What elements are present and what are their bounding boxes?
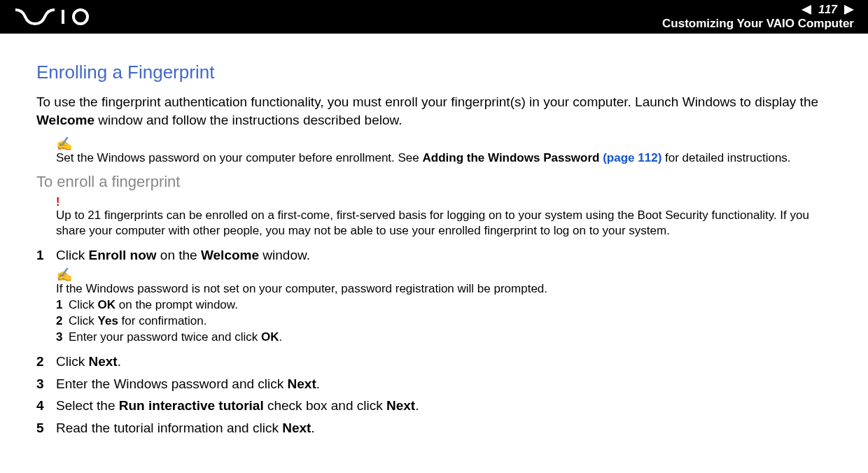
nav-prev-icon[interactable] [802, 5, 811, 15]
text-part: . [279, 330, 282, 344]
text-bold: OK [98, 298, 116, 311]
step-number: 2 [36, 353, 56, 371]
step-text: Select the Run interactive tutorial chec… [56, 397, 832, 415]
step-text: Click Enroll now on the Welcome window. [56, 246, 832, 264]
page-number: 117 [814, 3, 841, 16]
step-4: 4 Select the Run interactive tutorial ch… [36, 397, 832, 415]
breadcrumb: Customizing Your VAIO Computer [662, 17, 854, 31]
text-bold: Next [88, 354, 117, 369]
text-bold: OK [261, 330, 279, 344]
step-number: 3 [36, 375, 56, 393]
sub-step-number: 1 [56, 297, 69, 313]
sub-step-text: Click OK on the prompt window. [69, 297, 238, 313]
header-right: 117 Customizing Your VAIO Computer [662, 3, 854, 31]
text-part: Click [69, 298, 98, 311]
svg-rect-0 [62, 10, 64, 24]
sub-step-1: 1 Click OK on the prompt window. [56, 297, 832, 313]
text-bold: Next [386, 398, 415, 413]
step-5: 5 Read the tutorial information and clic… [36, 419, 832, 437]
sub-step-text: Click Yes for confirmation. [69, 313, 206, 330]
note-icon: ✍ [56, 137, 832, 150]
alert-icon: ! [56, 197, 832, 208]
step-number: 5 [36, 419, 56, 437]
sub-step-2: 2 Click Yes for confirmation. [56, 313, 832, 330]
note-text-part: Set the Windows password on your compute… [56, 151, 423, 164]
page-nav: 117 [802, 3, 854, 16]
step-number: 4 [36, 397, 56, 415]
header-bar: 117 Customizing Your VAIO Computer [0, 0, 868, 34]
step-2: 2 Click Next. [36, 353, 832, 371]
step-3: 3 Enter the Windows password and click N… [36, 375, 832, 393]
page-title: Enrolling a Fingerprint [36, 62, 832, 83]
vaio-logo-svg [14, 8, 105, 25]
text-part: Read the tutorial information and click [56, 421, 282, 435]
text-bold: Enroll now [88, 248, 156, 262]
step-number: 1 [36, 246, 56, 264]
text-part: Enter the Windows password and click [56, 376, 288, 391]
text-part: for confirmation. [118, 314, 207, 327]
intro-paragraph: To use the fingerprint authentication fu… [36, 93, 832, 129]
alert-block: ! Up to 21 fingerprints can be enrolled … [36, 197, 832, 239]
intro-text-part: window and follow the instructions descr… [94, 113, 402, 127]
vaio-logo [14, 8, 105, 25]
text-bold: Run interactive tutorial [119, 398, 264, 413]
sub-note-block: ✍ If the Windows password is not set on … [36, 268, 832, 346]
step-text: Click Next. [56, 353, 832, 371]
sub-step-3: 3 Enter your password twice and click OK… [56, 330, 832, 346]
text-part: on the [157, 248, 201, 262]
svg-point-1 [74, 10, 88, 24]
text-part: . [311, 421, 314, 435]
note-block: ✍ Set the Windows password on your compu… [36, 137, 832, 166]
text-part: on the prompt window. [115, 298, 238, 311]
text-part: Click [69, 314, 98, 327]
note-text-part: for detailed instructions. [662, 151, 790, 164]
text-part: . [415, 398, 419, 413]
sub-step-number: 3 [56, 330, 69, 346]
page-link[interactable]: (page 112) [603, 151, 662, 164]
step-1: 1 Click Enroll now on the Welcome window… [36, 246, 832, 264]
text-part: Select the [56, 398, 119, 413]
note-bold: Adding the Windows Password [423, 151, 603, 164]
note-text: Set the Windows password on your compute… [56, 150, 832, 166]
text-part: Click [56, 354, 88, 369]
step-text: Enter the Windows password and click Nex… [56, 375, 832, 393]
text-bold: Yes [98, 314, 118, 327]
content-area: Enrolling a Fingerprint To use the finge… [0, 34, 868, 456]
intro-text-part: To use the fingerprint authentication fu… [36, 94, 818, 109]
sub-note-text: If the Windows password is not set on yo… [56, 281, 832, 297]
note-icon: ✍ [56, 268, 832, 281]
sub-step-number: 2 [56, 313, 69, 330]
nav-next-icon[interactable] [844, 5, 854, 15]
sub-step-text: Enter your password twice and click OK. [69, 330, 282, 346]
text-part: window. [259, 248, 310, 262]
text-part: Enter your password twice and click [69, 330, 261, 344]
intro-bold: Welcome [36, 113, 94, 127]
text-part: . [316, 376, 320, 391]
text-part: . [118, 354, 121, 369]
text-bold: Welcome [201, 248, 259, 262]
text-bold: Next [288, 376, 316, 391]
text-part: check box and click [264, 398, 386, 413]
step-text: Read the tutorial information and click … [56, 419, 832, 437]
sub-heading: To enroll a fingerprint [36, 173, 832, 191]
text-part: Click [56, 248, 88, 262]
alert-text: Up to 21 fingerprints can be enrolled on… [56, 208, 832, 239]
text-bold: Next [282, 421, 311, 435]
